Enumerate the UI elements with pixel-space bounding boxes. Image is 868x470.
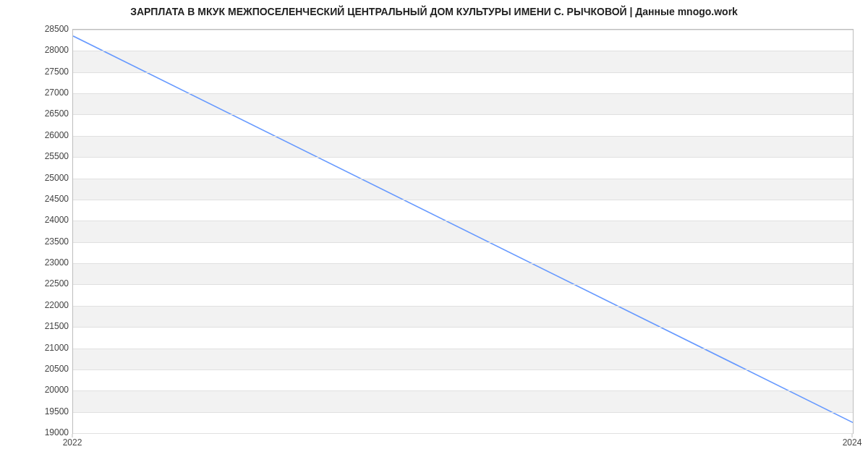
y-grid-line [73, 221, 853, 221]
chart-title: ЗАРПЛАТА В МКУК МЕЖПОСЕЛЕНЧЕСКИЙ ЦЕНТРАЛ… [0, 6, 868, 17]
y-grid-line [73, 72, 853, 73]
y-tick-label: 25500 [11, 151, 69, 161]
y-tick-label: 20500 [11, 364, 69, 374]
x-tick-label: 2022 [63, 437, 82, 448]
y-tick-label: 24000 [11, 215, 69, 225]
y-tick-label: 23500 [11, 236, 69, 247]
y-grid-line [73, 306, 853, 307]
y-tick-label: 22500 [11, 278, 69, 289]
plot-area [72, 29, 854, 434]
y-tick-label: 19500 [11, 406, 69, 416]
y-tick-label: 24500 [11, 194, 69, 204]
y-grid-line [73, 242, 853, 243]
y-tick-label: 27500 [11, 67, 69, 77]
y-tick-label: 28500 [11, 24, 69, 34]
y-grid-line [73, 136, 853, 137]
y-tick-label: 23000 [11, 257, 69, 268]
y-tick-label: 26000 [11, 130, 69, 140]
y-grid-line [73, 390, 853, 391]
y-grid-line [73, 349, 853, 349]
y-tick-label: 26500 [11, 108, 69, 119]
y-grid-line [73, 157, 853, 158]
chart-container: ЗАРПЛАТА В МКУК МЕЖПОСЕЛЕНЧЕСКИЙ ЦЕНТРАЛ… [0, 0, 868, 470]
x-tick-label: 2024 [843, 437, 862, 448]
y-tick-label: 22000 [11, 300, 69, 310]
y-grid-line [73, 179, 853, 179]
y-grid-line [73, 433, 853, 434]
y-grid-line [73, 93, 853, 94]
y-grid-line [73, 114, 853, 115]
y-tick-label: 21500 [11, 321, 69, 331]
y-tick-label: 27000 [11, 87, 69, 98]
y-tick-label: 20000 [11, 385, 69, 395]
y-grid-line [73, 327, 853, 328]
y-grid-line [73, 412, 853, 413]
y-tick-label: 25000 [11, 173, 69, 183]
y-grid-line [73, 200, 853, 200]
y-grid-line [73, 30, 853, 30]
y-grid-line [73, 284, 853, 285]
y-tick-label: 19000 [11, 427, 69, 437]
y-tick-label: 21000 [11, 343, 69, 353]
y-grid-line [73, 263, 853, 264]
y-grid-line [73, 369, 853, 370]
y-tick-label: 28000 [11, 45, 69, 55]
line-series [73, 30, 853, 433]
y-grid-line [73, 51, 853, 51]
